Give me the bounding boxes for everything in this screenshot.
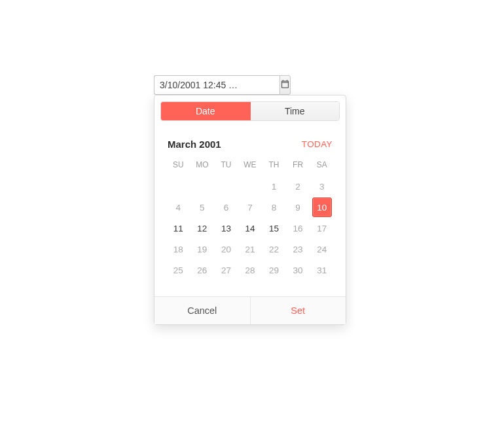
calendar-day[interactable]: 6 (216, 197, 236, 217)
calendar-day[interactable]: 3 (312, 177, 332, 196)
tabstrip: Date Time (160, 101, 340, 121)
calendar-grid: SUMOTUWETHFRSA 1234567891011121314151617… (166, 158, 334, 281)
calendar-empty-cell (214, 176, 238, 197)
calendar-day[interactable]: 14 (240, 218, 260, 238)
datetime-input[interactable] (154, 75, 279, 95)
calendar-day[interactable]: 28 (240, 260, 260, 280)
calendar-day[interactable]: 27 (216, 260, 236, 280)
datetime-input-row (154, 75, 273, 95)
calendar-day[interactable]: 17 (312, 218, 332, 238)
calendar-day[interactable]: 9 (288, 197, 308, 217)
datetime-popup: Date Time March 2001 TODAY SUMOTUWETHFRS… (154, 95, 346, 325)
calendar-day[interactable]: 10 (312, 197, 332, 217)
cancel-button[interactable]: Cancel (154, 297, 251, 324)
calendar-title[interactable]: March 2001 (168, 139, 221, 150)
calendar-day[interactable]: 16 (288, 218, 308, 238)
calendar-day[interactable]: 26 (192, 260, 212, 280)
calendar-day[interactable]: 20 (216, 239, 236, 259)
tab-date[interactable]: Date (161, 102, 251, 120)
weekday-header: SA (310, 158, 334, 176)
set-button[interactable]: Set (251, 297, 346, 324)
weekday-header: TH (262, 158, 286, 176)
calendar-day[interactable]: 5 (192, 197, 212, 217)
weekday-header: SU (166, 158, 190, 176)
popup-footer: Cancel Set (154, 296, 346, 324)
calendar-empty-cell (166, 176, 190, 197)
calendar-day[interactable]: 13 (216, 218, 236, 238)
calendar-empty-cell (238, 176, 262, 197)
calendar-day[interactable]: 8 (264, 197, 284, 217)
today-link[interactable]: TODAY (302, 139, 333, 149)
calendar-day[interactable]: 12 (192, 218, 212, 238)
calendar-day[interactable]: 29 (264, 260, 284, 280)
calendar-day[interactable]: 30 (288, 260, 308, 280)
calendar-day[interactable]: 11 (168, 218, 188, 238)
calendar-toggle-button[interactable] (279, 75, 291, 95)
weekday-header: MO (190, 158, 215, 176)
calendar-day[interactable]: 25 (168, 260, 188, 280)
calendar-empty-cell (190, 176, 215, 197)
calendar-day[interactable]: 4 (168, 197, 188, 217)
calendar-day[interactable]: 21 (240, 239, 260, 259)
calendar-day[interactable]: 18 (168, 239, 188, 259)
calendar-day[interactable]: 19 (192, 239, 212, 259)
calendar-day[interactable]: 23 (288, 239, 308, 259)
calendar-icon (280, 79, 290, 92)
calendar-day[interactable]: 1 (264, 177, 284, 196)
calendar-day[interactable]: 22 (264, 239, 284, 259)
calendar-day[interactable]: 24 (312, 239, 332, 259)
weekday-header: TU (214, 158, 238, 176)
calendar-day[interactable]: 7 (240, 197, 260, 217)
tab-time[interactable]: Time (251, 102, 340, 120)
calendar-day[interactable]: 2 (288, 177, 308, 196)
weekday-header: FR (286, 158, 310, 176)
calendar-day[interactable]: 15 (264, 218, 284, 238)
calendar-day[interactable]: 31 (312, 260, 332, 280)
weekday-header: WE (238, 158, 262, 176)
